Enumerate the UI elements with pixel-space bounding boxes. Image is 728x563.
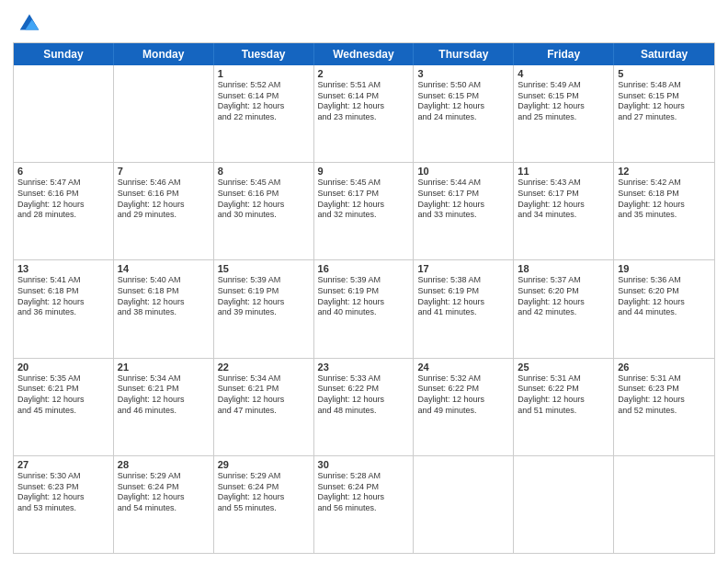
calendar-row-2: 6Sunrise: 5:47 AM Sunset: 6:16 PM Daylig… <box>14 162 714 259</box>
day-info: Sunrise: 5:31 AM Sunset: 6:23 PM Dayligh… <box>618 373 711 417</box>
calendar-cell: 1Sunrise: 5:52 AM Sunset: 6:14 PM Daylig… <box>214 65 314 162</box>
day-info: Sunrise: 5:34 AM Sunset: 6:21 PM Dayligh… <box>118 373 210 417</box>
calendar-cell <box>514 456 614 553</box>
calendar-cell: 15Sunrise: 5:39 AM Sunset: 6:19 PM Dayli… <box>214 260 314 357</box>
day-info: Sunrise: 5:47 AM Sunset: 6:16 PM Dayligh… <box>17 178 109 221</box>
day-header-saturday: Saturday <box>614 43 714 65</box>
logo <box>13 9 42 35</box>
day-number: 4 <box>518 68 609 79</box>
day-number: 3 <box>417 68 509 79</box>
calendar-body: 1Sunrise: 5:52 AM Sunset: 6:14 PM Daylig… <box>14 65 714 553</box>
day-number: 30 <box>318 459 410 470</box>
day-info: Sunrise: 5:30 AM Sunset: 6:23 PM Dayligh… <box>17 471 109 514</box>
day-number: 17 <box>417 263 509 274</box>
calendar-row-5: 27Sunrise: 5:30 AM Sunset: 6:23 PM Dayli… <box>14 455 714 553</box>
calendar-cell: 18Sunrise: 5:37 AM Sunset: 6:20 PM Dayli… <box>514 260 614 357</box>
calendar-cell: 24Sunrise: 5:32 AM Sunset: 6:22 PM Dayli… <box>414 359 514 455</box>
day-info: Sunrise: 5:52 AM Sunset: 6:14 PM Dayligh… <box>218 80 310 123</box>
calendar-cell: 10Sunrise: 5:44 AM Sunset: 6:17 PM Dayli… <box>414 163 514 259</box>
calendar-cell: 3Sunrise: 5:50 AM Sunset: 6:15 PM Daylig… <box>414 65 514 162</box>
day-info: Sunrise: 5:33 AM Sunset: 6:22 PM Dayligh… <box>318 373 410 417</box>
day-number: 8 <box>218 166 310 177</box>
calendar-cell: 22Sunrise: 5:34 AM Sunset: 6:21 PM Dayli… <box>214 359 314 455</box>
calendar-cell: 25Sunrise: 5:31 AM Sunset: 6:22 PM Dayli… <box>514 359 614 455</box>
calendar-cell <box>414 456 514 553</box>
day-number: 22 <box>218 362 310 373</box>
day-info: Sunrise: 5:42 AM Sunset: 6:18 PM Dayligh… <box>618 178 711 221</box>
calendar-cell: 6Sunrise: 5:47 AM Sunset: 6:16 PM Daylig… <box>14 163 114 259</box>
calendar-row-4: 20Sunrise: 5:35 AM Sunset: 6:21 PM Dayli… <box>14 358 714 455</box>
day-number: 9 <box>318 166 410 177</box>
day-header-wednesday: Wednesday <box>314 43 415 65</box>
day-number: 18 <box>518 263 609 274</box>
day-number: 7 <box>118 166 210 177</box>
calendar-cell: 12Sunrise: 5:42 AM Sunset: 6:18 PM Dayli… <box>614 163 714 259</box>
day-number: 12 <box>618 166 711 177</box>
day-info: Sunrise: 5:37 AM Sunset: 6:20 PM Dayligh… <box>518 275 609 318</box>
day-info: Sunrise: 5:46 AM Sunset: 6:16 PM Dayligh… <box>118 178 210 221</box>
calendar-cell: 5Sunrise: 5:48 AM Sunset: 6:15 PM Daylig… <box>614 65 714 162</box>
day-number: 29 <box>218 459 310 470</box>
calendar-cell: 28Sunrise: 5:29 AM Sunset: 6:24 PM Dayli… <box>114 456 214 553</box>
day-number: 21 <box>118 362 210 373</box>
day-number: 15 <box>218 263 310 274</box>
calendar-cell: 20Sunrise: 5:35 AM Sunset: 6:21 PM Dayli… <box>14 359 114 455</box>
calendar-cell: 9Sunrise: 5:45 AM Sunset: 6:17 PM Daylig… <box>314 163 415 259</box>
calendar-cell <box>114 65 214 162</box>
day-number: 26 <box>618 362 711 373</box>
day-number: 10 <box>417 166 509 177</box>
calendar-cell: 19Sunrise: 5:36 AM Sunset: 6:20 PM Dayli… <box>614 260 714 357</box>
calendar-cell: 16Sunrise: 5:39 AM Sunset: 6:19 PM Dayli… <box>314 260 415 357</box>
calendar-row-1: 1Sunrise: 5:52 AM Sunset: 6:14 PM Daylig… <box>14 65 714 162</box>
calendar-cell: 27Sunrise: 5:30 AM Sunset: 6:23 PM Dayli… <box>14 456 114 553</box>
day-number: 25 <box>518 362 609 373</box>
day-number: 19 <box>618 263 711 274</box>
day-header-tuesday: Tuesday <box>214 43 314 65</box>
calendar-cell: 13Sunrise: 5:41 AM Sunset: 6:18 PM Dayli… <box>14 260 114 357</box>
day-info: Sunrise: 5:41 AM Sunset: 6:18 PM Dayligh… <box>17 275 109 318</box>
calendar-cell: 11Sunrise: 5:43 AM Sunset: 6:17 PM Dayli… <box>514 163 614 259</box>
calendar-cell <box>14 65 114 162</box>
calendar-cell <box>614 456 714 553</box>
calendar-cell: 17Sunrise: 5:38 AM Sunset: 6:19 PM Dayli… <box>414 260 514 357</box>
day-info: Sunrise: 5:44 AM Sunset: 6:17 PM Dayligh… <box>417 178 509 221</box>
day-info: Sunrise: 5:51 AM Sunset: 6:14 PM Dayligh… <box>318 80 410 123</box>
calendar-header: SundayMondayTuesdayWednesdayThursdayFrid… <box>14 43 714 65</box>
day-info: Sunrise: 5:31 AM Sunset: 6:22 PM Dayligh… <box>518 373 609 417</box>
calendar-cell: 29Sunrise: 5:29 AM Sunset: 6:24 PM Dayli… <box>214 456 314 553</box>
day-number: 20 <box>17 362 109 373</box>
day-number: 5 <box>618 68 711 79</box>
day-info: Sunrise: 5:29 AM Sunset: 6:24 PM Dayligh… <box>118 471 210 514</box>
day-info: Sunrise: 5:45 AM Sunset: 6:16 PM Dayligh… <box>218 178 310 221</box>
day-info: Sunrise: 5:39 AM Sunset: 6:19 PM Dayligh… <box>318 275 410 318</box>
day-number: 11 <box>518 166 609 177</box>
calendar-cell: 4Sunrise: 5:49 AM Sunset: 6:15 PM Daylig… <box>514 65 614 162</box>
calendar-cell: 26Sunrise: 5:31 AM Sunset: 6:23 PM Dayli… <box>614 359 714 455</box>
day-info: Sunrise: 5:49 AM Sunset: 6:15 PM Dayligh… <box>518 80 609 123</box>
day-info: Sunrise: 5:28 AM Sunset: 6:24 PM Dayligh… <box>318 471 410 514</box>
calendar-row-3: 13Sunrise: 5:41 AM Sunset: 6:18 PM Dayli… <box>14 259 714 357</box>
day-info: Sunrise: 5:36 AM Sunset: 6:20 PM Dayligh… <box>618 275 711 318</box>
page-container: SundayMondayTuesdayWednesdayThursdayFrid… <box>0 0 728 563</box>
day-header-friday: Friday <box>514 43 614 65</box>
day-info: Sunrise: 5:39 AM Sunset: 6:19 PM Dayligh… <box>218 275 310 318</box>
day-info: Sunrise: 5:29 AM Sunset: 6:24 PM Dayligh… <box>218 471 310 514</box>
calendar-cell: 21Sunrise: 5:34 AM Sunset: 6:21 PM Dayli… <box>114 359 214 455</box>
day-info: Sunrise: 5:34 AM Sunset: 6:21 PM Dayligh… <box>218 373 310 417</box>
day-header-thursday: Thursday <box>414 43 514 65</box>
day-number: 14 <box>118 263 210 274</box>
calendar-cell: 7Sunrise: 5:46 AM Sunset: 6:16 PM Daylig… <box>114 163 214 259</box>
day-number: 13 <box>17 263 109 274</box>
day-info: Sunrise: 5:50 AM Sunset: 6:15 PM Dayligh… <box>417 80 509 123</box>
day-number: 28 <box>118 459 210 470</box>
day-info: Sunrise: 5:48 AM Sunset: 6:15 PM Dayligh… <box>618 80 711 123</box>
day-number: 24 <box>417 362 509 373</box>
day-number: 23 <box>318 362 410 373</box>
day-number: 6 <box>17 166 109 177</box>
day-info: Sunrise: 5:45 AM Sunset: 6:17 PM Dayligh… <box>318 178 410 221</box>
calendar-cell: 30Sunrise: 5:28 AM Sunset: 6:24 PM Dayli… <box>314 456 415 553</box>
day-header-sunday: Sunday <box>14 43 114 65</box>
day-info: Sunrise: 5:38 AM Sunset: 6:19 PM Dayligh… <box>417 275 509 318</box>
calendar: SundayMondayTuesdayWednesdayThursdayFrid… <box>13 42 715 554</box>
calendar-cell: 2Sunrise: 5:51 AM Sunset: 6:14 PM Daylig… <box>314 65 415 162</box>
